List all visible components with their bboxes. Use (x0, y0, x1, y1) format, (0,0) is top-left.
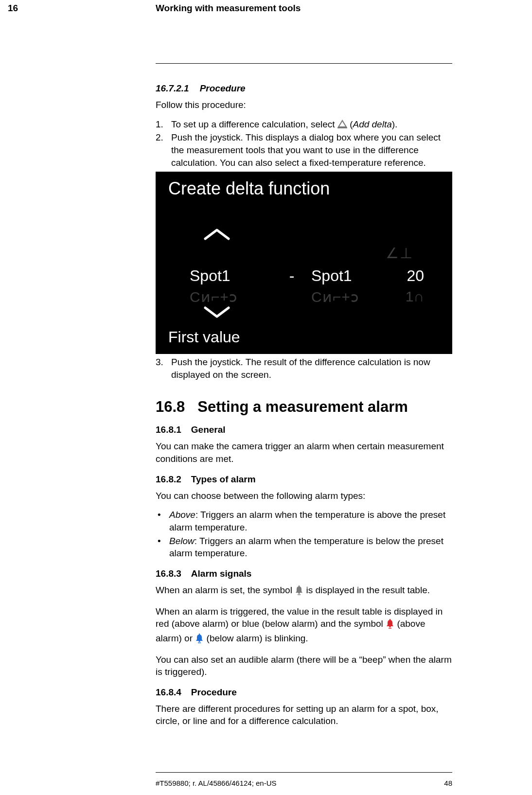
svg-rect-5 (389, 626, 391, 627)
section-number: 16.8.3 (156, 568, 181, 579)
first-spot-label: Spot1 (190, 267, 272, 285)
section-title: Alarm signals (191, 568, 252, 579)
section-title: Procedure (200, 83, 246, 93)
section-16-7-2-1-heading: 16.7.2.1Procedure (156, 83, 452, 94)
step-1: 1. To set up a difference calculation, s… (156, 118, 452, 132)
faint-value: 1∩ (394, 288, 439, 305)
svg-point-1 (299, 585, 300, 586)
step-1-text-a: To set up a difference calculation, sele… (171, 119, 337, 129)
section-16-8-1-heading: 16.8.1General (156, 424, 452, 435)
delta-icon (337, 119, 347, 132)
figure-main-row: Spot1 - Spot1 20 (190, 267, 439, 285)
section-title: Types of alarm (191, 474, 256, 484)
alarm-signals-p1: When an alarm is set, the symbol is disp… (156, 584, 452, 599)
faint-col3: Cᴎ⌐+ɔ (311, 288, 394, 305)
section-16-8-heading: 16.8Setting a measurement alarm (156, 398, 452, 416)
footer-rule (156, 772, 452, 773)
procedure-intro: Follow this procedure: (156, 99, 452, 111)
section-number: 16.7.2.1 (156, 83, 189, 93)
section-16-8-2-heading: 16.8.2Types of alarm (156, 474, 452, 485)
section-title: Procedure (191, 687, 237, 697)
top-rule (156, 63, 452, 64)
alarm-type-below: Below: Triggers an alarm when the temper… (156, 535, 452, 560)
above-label: Above (169, 510, 195, 520)
svg-point-4 (390, 619, 390, 620)
section-title: Setting a measurement alarm (197, 398, 408, 415)
section-number: 16.8 (156, 398, 185, 415)
types-intro: You can choose between the following ala… (156, 490, 452, 502)
step-number: 2. (156, 131, 163, 144)
row-value: 20 (394, 267, 439, 285)
second-spot-label: Spot1 (311, 267, 394, 285)
section-16-8-4-heading: 16.8.4Procedure (156, 687, 452, 698)
chapter-number: 16 (8, 3, 18, 14)
step-3: 3. Push the joystick. The result of the … (156, 356, 452, 381)
figure-bottom-label: First value (168, 328, 240, 346)
add-delta-label: Add delta (353, 119, 391, 129)
procedure-steps-cont: 3. Push the joystick. The result of the … (156, 356, 452, 381)
step-2: 2. Push the joystick. This displays a di… (156, 131, 452, 169)
alarm-types-list: Above: Triggers an alarm when the temper… (156, 509, 452, 560)
above-text: : Triggers an alarm when the temperature… (169, 510, 445, 532)
step-1-text-d: ). (392, 119, 398, 129)
bell-grey-icon (295, 585, 303, 599)
bell-red-icon (386, 619, 394, 632)
general-text: You can make the camera trigger an alarm… (156, 440, 452, 465)
svg-rect-2 (298, 593, 300, 594)
procedure-steps: 1. To set up a difference calculation, s… (156, 118, 452, 169)
footer-doc-id: #T559880; r. AL/45866/46124; en-US (156, 779, 277, 787)
step-3-text: Push the joystick. The result of the dif… (171, 357, 430, 380)
section-number: 16.8.1 (156, 424, 181, 435)
figure-title: Create delta function (168, 178, 330, 199)
section-16-8-3-heading: 16.8.3Alarm signals (156, 568, 452, 579)
svg-rect-8 (198, 641, 200, 642)
figure-faint-row: Cᴎ⌐+ɔ Cᴎ⌐+ɔ 1∩ (190, 288, 439, 305)
minus-separator: - (272, 267, 311, 285)
chapter-title: Working with measurement tools (156, 3, 301, 14)
chevron-up-icon (202, 226, 231, 245)
alarm-signals-p3: You can also set an audible alarm (there… (156, 654, 452, 678)
p1-a: When an alarm is set, the symbol (156, 585, 295, 595)
section-number: 16.8.4 (156, 687, 181, 697)
section-title: General (191, 424, 226, 435)
p2-c: (below alarm) is blinking. (207, 633, 308, 643)
step-number: 3. (156, 356, 163, 369)
below-text: : Triggers an alarm when the temperature… (169, 536, 443, 559)
create-delta-figure: Create delta function ∠⊥ Spot1 - Spot1 2… (156, 172, 452, 354)
footer-page-number: 48 (444, 779, 452, 787)
section-number: 16.8.2 (156, 474, 181, 484)
p1-b: is displayed in the result table. (306, 585, 430, 595)
bell-blue-icon (195, 634, 204, 647)
step-2-text: Push the joystick. This displays a dialo… (171, 132, 441, 167)
content-area: 16.7.2.1Procedure Follow this procedure:… (156, 63, 452, 734)
below-label: Below (169, 536, 195, 546)
procedure-text: There are different procedures for setti… (156, 703, 452, 727)
svg-point-7 (199, 634, 200, 635)
alarm-type-above: Above: Triggers an alarm when the temper… (156, 509, 452, 533)
step-number: 1. (156, 118, 163, 131)
faint-partial-text: ∠⊥ (386, 245, 413, 262)
faint-col1: Cᴎ⌐+ɔ (190, 288, 272, 305)
alarm-signals-p2: When an alarm is triggered, the value in… (156, 605, 452, 647)
chevron-down-icon (202, 304, 231, 322)
